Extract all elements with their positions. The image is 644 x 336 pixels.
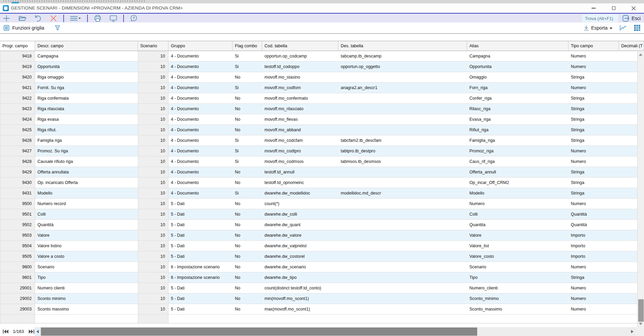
table-row[interactable]: 9420Riga omaggio104 - DocumentoNomovoff.…	[0, 72, 644, 83]
table-row[interactable]: 9425Riga rifiut.104 - DocumentoNomovoff.…	[0, 125, 644, 135]
table-row[interactable]: 9424Riga evasa104 - DocumentoNomovoff.mo…	[0, 114, 644, 125]
find-input[interactable]	[582, 15, 618, 22]
export-button[interactable]: Esporta	[583, 25, 612, 31]
table-cell: movoff.mo_rilasciato	[262, 104, 338, 114]
table-cell: No	[232, 241, 262, 251]
table-row[interactable]: 9500Numero record105 - DatiNocount(*)Num…	[0, 199, 644, 209]
table-row[interactable]: 9418Campagna104 - DocumentoSiopportun.op…	[0, 51, 644, 62]
table-cell: No	[232, 220, 262, 230]
table-row[interactable]: 29002Sconto minimo105 - DatiNomin(movoff…	[0, 293, 644, 304]
table-row[interactable]: 29003Sconto massimo105 - DatiNomax(movof…	[0, 304, 644, 315]
delete-button[interactable]	[48, 14, 59, 22]
column-header-3[interactable]: Gruppo	[168, 41, 232, 51]
column-header-5[interactable]: Cod. tabella	[262, 41, 338, 51]
table-cell: 4 - Documento	[168, 83, 232, 93]
column-header-8[interactable]: Tipo campo	[568, 41, 619, 51]
table-row[interactable]: 9427Promoz. Su riga104 - DocumentoSimovo…	[0, 146, 644, 156]
grid-functions-button[interactable]	[3, 25, 10, 31]
column-header-2[interactable]: Scenario	[138, 41, 168, 51]
table-row[interactable]: 9430Op. incaricato Offerta104 - Document…	[0, 178, 644, 188]
vertical-scrollbar[interactable]	[637, 51, 644, 327]
screen-button[interactable]	[108, 14, 119, 22]
table-row[interactable]: 9429Offerta annullata104 - DocumentoNote…	[0, 167, 644, 178]
table-cell: Quantità	[35, 220, 138, 230]
table-row[interactable]: 9504Valore listino105 - DatiNodwarehe.dw…	[0, 241, 644, 251]
table-cell: 10	[138, 209, 168, 220]
app-icon	[3, 5, 9, 11]
column-header-7[interactable]: Alias	[467, 41, 568, 51]
menu-icon	[70, 15, 81, 22]
table-row[interactable]: 9419Opportunità104 - DocumentoSitestoff.…	[0, 62, 644, 72]
filter-button[interactable]	[54, 25, 61, 31]
table-cell	[338, 283, 467, 293]
table-cell: dwarehe.dw_quant	[262, 220, 338, 230]
column-header-0[interactable]: Progr. campo	[0, 41, 35, 51]
table-cell: Riga rilasciata	[35, 104, 138, 114]
horizontal-scrollbar-thumb[interactable]	[41, 327, 477, 336]
table-cell: No	[232, 199, 262, 209]
close-button[interactable]	[628, 4, 639, 13]
toolbar-separator	[123, 15, 124, 22]
add-button[interactable]	[1, 14, 12, 22]
column-header-6[interactable]: Des. tabella	[338, 41, 467, 51]
maximize-button[interactable]	[608, 4, 619, 13]
minimize-icon	[592, 8, 596, 9]
menu-button[interactable]	[68, 14, 83, 22]
scroll-right-button[interactable]	[629, 327, 635, 336]
open-folder-icon	[18, 15, 26, 22]
table-row[interactable]: 9423Riga rilasciata104 - DocumentoNomovo…	[0, 104, 644, 114]
table-cell: 6 - Impostazione scenario	[168, 262, 232, 272]
scroll-up-icon[interactable]	[639, 53, 642, 56]
table-cell: Stringa	[568, 272, 619, 283]
table-row[interactable]: 29001Numero clienti105 - DatiNocount(dis…	[0, 283, 644, 293]
column-header-4[interactable]: Flag combo	[232, 41, 262, 51]
table-cell: Valore	[467, 230, 568, 241]
table-cell	[338, 262, 467, 272]
print-button[interactable]	[92, 14, 103, 22]
table-row[interactable]: 9431Modello104 - DocumentoSidwarehe.dw_m…	[0, 188, 644, 199]
grid-view-button[interactable]	[634, 24, 641, 31]
toolbar-separator	[87, 15, 88, 22]
table-cell: 5 - Dati	[168, 230, 232, 241]
table-row[interactable]: 9600Scenario106 - Impostazione scenarioN…	[0, 262, 644, 272]
table-cell	[338, 230, 467, 241]
open-button[interactable]	[16, 14, 28, 22]
column-header-9[interactable]: Decimali (T	[619, 41, 644, 51]
table-cell	[338, 272, 467, 283]
undo-button[interactable]	[32, 14, 44, 22]
table-cell: Riga rifiut.	[35, 125, 138, 135]
table-cell: 9419	[0, 62, 35, 72]
help-button[interactable]: ?	[128, 14, 140, 22]
table-cell: 9426	[0, 135, 35, 146]
table-row[interactable]: 9422Riga confermata104 - DocumentoNomovo…	[0, 93, 644, 104]
table-cell: 9424	[0, 114, 35, 125]
table-row[interactable]: 9421Fornit. Su riga104 - DocumentoSimovo…	[0, 83, 644, 93]
column-header-1[interactable]: Descr. campo	[35, 41, 138, 51]
table-cell: anagra2.an_descr1	[338, 83, 467, 93]
table-cell: 9418	[0, 51, 35, 62]
table-cell: 10	[138, 283, 168, 293]
table-cell: Rifiut_riga	[467, 125, 568, 135]
table-cell: Sconto_minimo	[467, 293, 568, 304]
chart-button[interactable]	[619, 24, 627, 31]
table-cell: tabtpro.tb_destpro	[338, 146, 467, 156]
scroll-down-icon[interactable]	[639, 323, 642, 325]
table-cell: No	[232, 104, 262, 114]
table-cell: tabmsos.tb_desmsos	[338, 156, 467, 167]
exit-button[interactable]: Esci	[622, 14, 641, 22]
table-cell: 4 - Documento	[168, 146, 232, 156]
table-cell: 9425	[0, 125, 35, 135]
minimize-button[interactable]	[588, 4, 599, 13]
table-row[interactable]: 9501Colli105 - DatiNodwarehe.dw_colliCol…	[0, 209, 644, 220]
table-row[interactable]: 9428Causale rifiuto riga104 - DocumentoS…	[0, 156, 644, 167]
table-row[interactable]: 9505Valore a costo105 - DatiNodwarehe.dw…	[0, 251, 644, 262]
table-row[interactable]: 9426Famiglia riga104 - DocumentoSimovoff…	[0, 135, 644, 146]
table-row[interactable]: 9601Tipo106 - Impostazione scenarioNodwa…	[0, 272, 644, 283]
table-row[interactable]: 9502Quantità105 - DatiNodwarehe.dw_quant…	[0, 220, 644, 230]
scroll-left-button[interactable]	[35, 327, 41, 336]
table-row[interactable]: 9503Valore105 - DatiNodwarehe.dw_valoreV…	[0, 230, 644, 241]
first-page-button[interactable]	[3, 329, 9, 334]
last-page-button[interactable]	[29, 329, 34, 334]
table-cell: 4 - Documento	[168, 188, 232, 199]
vertical-scrollbar-thumb[interactable]	[638, 299, 644, 322]
